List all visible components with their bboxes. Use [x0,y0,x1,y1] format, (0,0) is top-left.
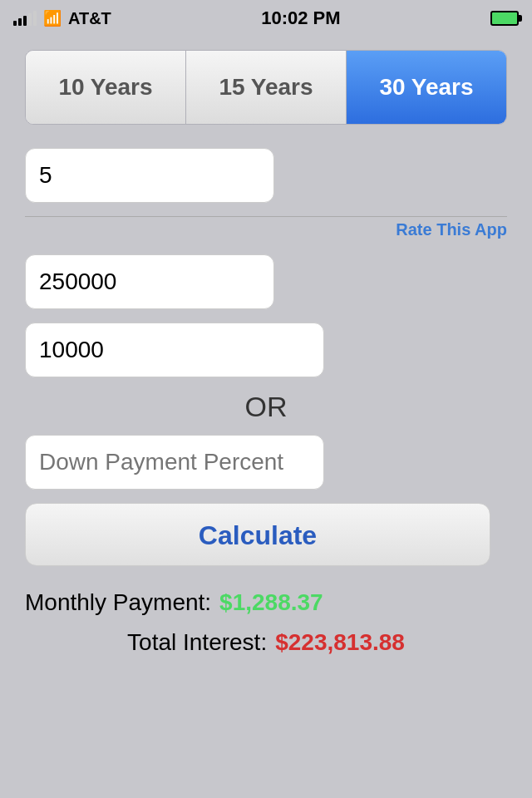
term-10-years-button[interactable]: 10 Years [26,51,186,124]
interest-rate-input[interactable] [25,148,274,203]
total-interest-value: $223,813.88 [275,629,405,656]
term-30-years-button[interactable]: 30 Years [347,51,506,124]
wifi-icon: 📶 [43,9,62,27]
total-interest-label: Total Interest: [127,629,267,656]
total-interest-row: Total Interest: $223,813.88 [25,629,507,656]
down-payment-percent-input[interactable] [25,435,324,490]
divider [25,216,507,217]
monthly-payment-value: $1,288.37 [219,589,323,616]
rate-app-link[interactable]: Rate This App [25,220,507,239]
loan-amount-input[interactable] [25,254,274,309]
term-15-years-button[interactable]: 15 Years [186,51,347,124]
time-label: 10:02 PM [261,7,340,29]
status-bar: 📶 AT&T 10:02 PM [0,0,532,37]
carrier-label: AT&T [68,9,111,28]
down-payment-input[interactable] [25,323,324,377]
monthly-payment-row: Monthly Payment: $1,288.37 [25,589,507,616]
main-content: 10 Years 15 Years 30 Years document.quer… [0,37,532,682]
status-right [490,11,519,26]
battery-icon [490,11,519,26]
monthly-payment-label: Monthly Payment: [25,589,211,616]
signal-icon [13,11,37,26]
status-left: 📶 AT&T [13,9,111,28]
calculate-button[interactable]: Calculate [25,503,490,566]
or-label: OR [25,391,507,423]
loan-term-selector[interactable]: 10 Years 15 Years 30 Years [25,50,507,125]
